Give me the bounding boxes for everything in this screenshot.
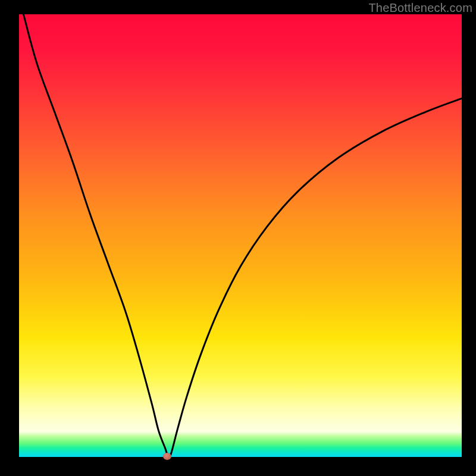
min-point-marker [163, 453, 171, 460]
watermark-text: TheBottleneck.com [368, 1, 472, 15]
chart-canvas: TheBottleneck.com [0, 0, 476, 476]
curve-line [19, 14, 462, 457]
plot-area [19, 14, 462, 457]
